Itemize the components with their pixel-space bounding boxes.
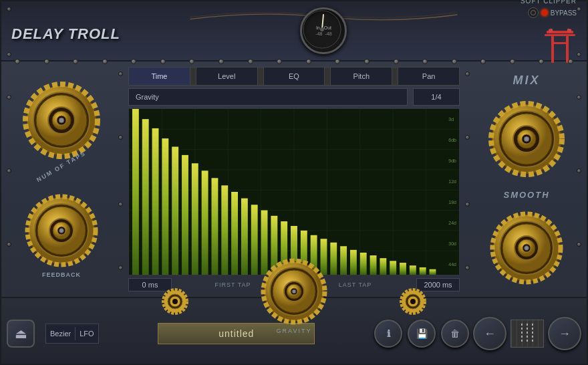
- icon-group: ℹ 💾 🗑: [374, 320, 469, 348]
- svg-rect-68: [390, 261, 396, 275]
- vu-meter: In Out -48 -48: [300, 7, 347, 54]
- svg-rect-47: [182, 155, 188, 275]
- svg-point-25: [59, 229, 64, 233]
- tab-eq[interactable]: EQ: [264, 68, 325, 85]
- svg-rect-48: [192, 163, 198, 275]
- svg-rect-43: [142, 119, 149, 275]
- smooth-knob[interactable]: [490, 211, 563, 285]
- tab-bar: Time Level EQ Pitch Pan: [128, 67, 460, 86]
- info-button[interactable]: ℹ: [374, 320, 402, 348]
- svg-point-101: [172, 299, 178, 304]
- svg-rect-8: [549, 29, 553, 33]
- tab-divider3: [325, 68, 331, 85]
- feedback-knob[interactable]: FEEDBACK: [25, 194, 98, 278]
- bypass-label: BYPASS: [551, 9, 577, 17]
- tab-pitch[interactable]: Pitch: [331, 68, 392, 85]
- lfo-label[interactable]: LFO: [80, 330, 94, 338]
- prev-button[interactable]: ←: [473, 317, 506, 350]
- tab-divider1: [190, 68, 196, 85]
- gravity-label: GRAVITY: [277, 328, 312, 334]
- svg-rect-72: [430, 269, 436, 275]
- svg-rect-64: [350, 250, 357, 275]
- mix-knob[interactable]: [486, 99, 567, 179]
- svg-rect-7: [553, 42, 567, 44]
- delete-button[interactable]: 🗑: [441, 320, 469, 348]
- svg-point-80: [524, 136, 529, 142]
- save-button[interactable]: 💾: [408, 320, 436, 348]
- tab-divider2: [258, 68, 264, 85]
- svg-rect-70: [410, 265, 416, 275]
- svg-point-88: [525, 245, 529, 250]
- svg-rect-66: [370, 255, 377, 275]
- preset-name-display[interactable]: Gravity: [128, 88, 408, 106]
- visualizer: 3d6db9db12d18d24d30d44d: [128, 108, 460, 275]
- bottom-bar: GRAVITY ⏏: [1, 297, 587, 364]
- app-container: DELAY TROLL In Out -48 -48: [0, 0, 588, 365]
- num-of-taps-knob[interactable]: NUM OF TAPS: [21, 80, 102, 170]
- svg-point-106: [410, 299, 416, 304]
- svg-rect-71: [420, 267, 426, 275]
- mix-label: MIX: [512, 74, 540, 88]
- svg-point-2: [320, 27, 324, 31]
- gravity-knob[interactable]: [261, 258, 327, 328]
- svg-rect-67: [380, 258, 386, 275]
- svg-rect-9: [567, 29, 572, 33]
- svg-rect-62: [330, 243, 337, 275]
- stitch-panel: [510, 320, 544, 348]
- tab-time[interactable]: Time: [129, 68, 190, 85]
- tab-pan[interactable]: Pan: [398, 68, 459, 85]
- svg-rect-49: [202, 170, 208, 275]
- svg-rect-63: [340, 246, 347, 275]
- feedback-label: FEEDBACK: [42, 271, 81, 278]
- bypass-led: [541, 9, 548, 16]
- bezier-lfo-container: Bezier LFO: [45, 324, 99, 344]
- svg-rect-65: [360, 253, 367, 275]
- soft-clipper-label: SOFT CLIPPER: [521, 0, 577, 5]
- preset-row: Gravity 1/4: [128, 88, 460, 106]
- vis-labels: 3d6db9db12d18d24d30d44d: [448, 109, 456, 275]
- eject-button[interactable]: ⏏: [7, 320, 35, 348]
- svg-rect-42: [132, 109, 139, 275]
- svg-rect-54: [251, 205, 258, 275]
- svg-rect-44: [152, 128, 159, 275]
- logo-line1: DELAY TROLL: [11, 25, 120, 42]
- left-section: NUM OF TAPS: [1, 62, 122, 297]
- svg-point-17: [59, 118, 64, 123]
- header-right: SOFT CLIPPER BYPASS: [521, 0, 577, 64]
- svg-line-1: [322, 15, 323, 29]
- svg-rect-51: [221, 185, 228, 275]
- svg-rect-69: [400, 263, 406, 275]
- svg-rect-4: [545, 34, 575, 36]
- svg-rect-46: [172, 146, 178, 275]
- preset-value-display[interactable]: 1/4: [413, 88, 460, 106]
- header: DELAY TROLL In Out -48 -48: [1, 1, 587, 62]
- bezier-label[interactable]: Bezier: [50, 330, 71, 338]
- smooth-label: SMOOTH: [503, 190, 549, 200]
- svg-rect-52: [231, 192, 238, 275]
- tab-level[interactable]: Level: [196, 68, 258, 85]
- right-section: MIX: [466, 62, 587, 297]
- svg-rect-45: [162, 138, 168, 275]
- next-button[interactable]: →: [548, 317, 581, 350]
- svg-rect-53: [241, 199, 248, 275]
- tab-divider4: [392, 68, 398, 85]
- svg-point-96: [292, 289, 296, 293]
- svg-rect-50: [212, 178, 218, 275]
